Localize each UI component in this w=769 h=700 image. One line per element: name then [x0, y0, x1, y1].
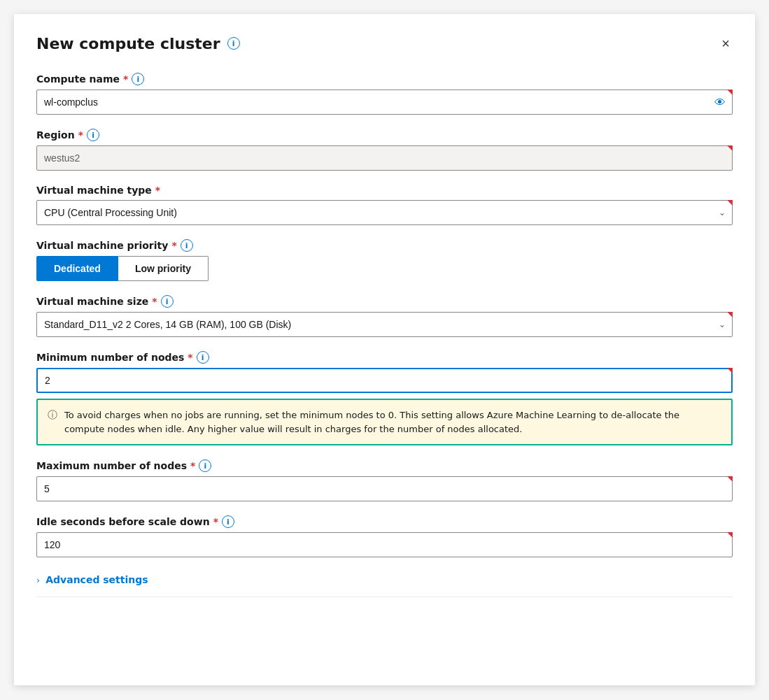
vm-priority-info-icon[interactable]: i: [181, 239, 193, 252]
required-corner-indicator: [727, 90, 733, 95]
vm-priority-required-star: *: [171, 240, 176, 251]
region-group: Region * i: [36, 129, 733, 171]
idle-seconds-required-star: *: [213, 516, 218, 527]
warning-text: To avoid charges when no jobs are runnin…: [64, 408, 721, 436]
vm-size-select-wrapper: Standard_D11_v2 2 Cores, 14 GB (RAM), 10…: [36, 312, 733, 337]
region-input: [36, 145, 733, 171]
idle-seconds-label: Idle seconds before scale down * i: [36, 515, 733, 528]
vm-size-label: Virtual machine size * i: [36, 295, 733, 308]
region-required-star: *: [78, 129, 83, 141]
max-nodes-input-wrapper: [36, 476, 733, 501]
max-nodes-input[interactable]: [36, 476, 733, 501]
title-row: New compute cluster i: [36, 35, 240, 52]
new-compute-cluster-dialog: New compute cluster i × Compute name * i…: [14, 14, 755, 685]
min-nodes-info-icon[interactable]: i: [197, 351, 209, 364]
min-nodes-input[interactable]: [36, 368, 733, 393]
bottom-divider: [36, 597, 733, 597]
vm-size-group: Virtual machine size * i Standard_D11_v2…: [36, 295, 733, 337]
min-nodes-warning-box: ⓘ To avoid charges when no jobs are runn…: [36, 399, 733, 445]
advanced-settings-label: Advanced settings: [45, 574, 148, 585]
vm-type-group: Virtual machine type * CPU (Central Proc…: [36, 185, 733, 225]
idle-seconds-group: Idle seconds before scale down * i: [36, 515, 733, 557]
min-nodes-input-wrapper: [36, 368, 733, 393]
idle-seconds-input[interactable]: [36, 532, 733, 557]
region-input-wrapper: [36, 145, 733, 171]
min-nodes-group: Minimum number of nodes * i ⓘ To avoid c…: [36, 351, 733, 445]
min-nodes-required-corner: [727, 368, 733, 373]
vm-priority-toggle: Dedicated Low priority: [36, 256, 733, 281]
dialog-title: New compute cluster: [36, 35, 220, 52]
max-nodes-group: Maximum number of nodes * i: [36, 459, 733, 501]
vm-type-required-corner: [727, 200, 733, 206]
max-nodes-label: Maximum number of nodes * i: [36, 459, 733, 472]
max-nodes-required-star: *: [190, 460, 195, 471]
close-button[interactable]: ×: [719, 34, 733, 53]
region-label: Region * i: [36, 129, 733, 141]
compute-name-input[interactable]: [36, 90, 733, 115]
vm-type-label: Virtual machine type *: [36, 185, 733, 196]
compute-name-info-icon[interactable]: i: [132, 73, 144, 85]
compute-name-input-wrapper: 👁: [36, 90, 733, 115]
region-info-icon[interactable]: i: [87, 129, 99, 141]
advanced-settings-chevron-icon: ›: [36, 575, 40, 585]
vm-type-select[interactable]: CPU (Central Processing Unit) GPU: [36, 200, 733, 225]
vm-type-required-star: *: [155, 185, 160, 196]
vm-priority-label: Virtual machine priority * i: [36, 239, 733, 252]
dedicated-button[interactable]: Dedicated: [36, 256, 118, 281]
min-nodes-required-star: *: [188, 352, 192, 363]
max-nodes-required-corner: [727, 476, 733, 482]
required-star: *: [123, 73, 128, 85]
warning-info-icon: ⓘ: [48, 409, 57, 436]
advanced-settings-row[interactable]: › Advanced settings: [36, 574, 733, 585]
vm-type-select-wrapper: CPU (Central Processing Unit) GPU ⌄: [36, 200, 733, 225]
region-required-corner: [727, 145, 733, 151]
idle-seconds-required-corner: [727, 532, 733, 538]
compute-name-eye-icon[interactable]: 👁: [714, 96, 726, 109]
vm-size-required-star: *: [152, 296, 157, 307]
dialog-header: New compute cluster i ×: [36, 34, 733, 53]
vm-size-select[interactable]: Standard_D11_v2 2 Cores, 14 GB (RAM), 10…: [36, 312, 733, 337]
idle-seconds-input-wrapper: [36, 532, 733, 557]
idle-seconds-info-icon[interactable]: i: [222, 515, 234, 528]
vm-size-info-icon[interactable]: i: [161, 295, 174, 308]
max-nodes-info-icon[interactable]: i: [199, 459, 211, 472]
compute-name-group: Compute name * i 👁: [36, 73, 733, 115]
min-nodes-label: Minimum number of nodes * i: [36, 351, 733, 364]
low-priority-button[interactable]: Low priority: [118, 256, 209, 281]
vm-size-required-corner: [727, 312, 733, 317]
compute-name-label: Compute name * i: [36, 73, 733, 85]
vm-priority-group: Virtual machine priority * i Dedicated L…: [36, 239, 733, 281]
title-info-icon[interactable]: i: [227, 37, 240, 50]
